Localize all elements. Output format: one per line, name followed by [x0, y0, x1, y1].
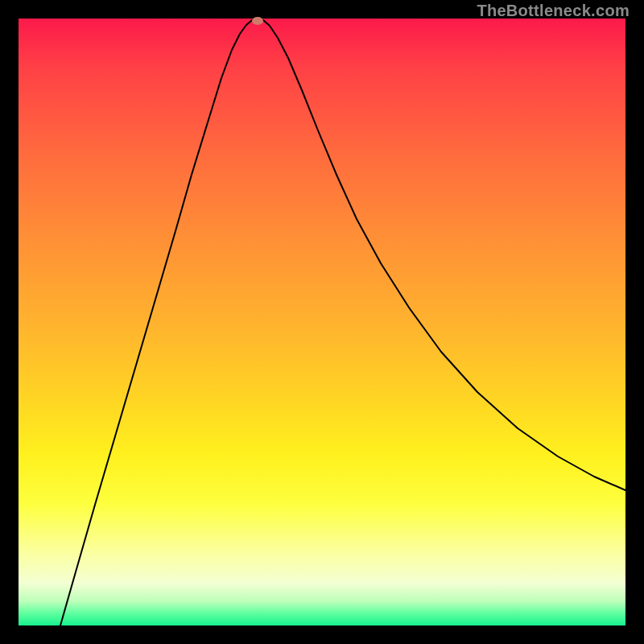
- optimal-point-marker: [252, 17, 263, 25]
- curve-svg: [19, 19, 625, 625]
- bottleneck-curve: [60, 19, 625, 625]
- plot-area: [19, 19, 625, 625]
- chart-container: TheBottleneck.com: [0, 0, 644, 644]
- watermark-text: TheBottleneck.com: [477, 2, 630, 20]
